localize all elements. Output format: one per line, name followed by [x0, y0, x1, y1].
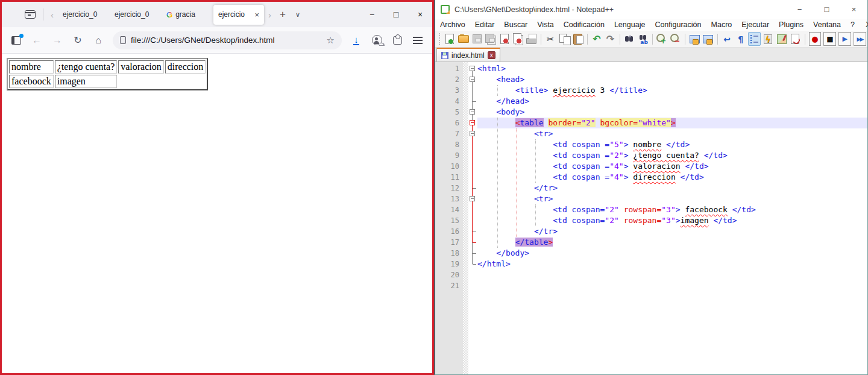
sync-h-icon[interactable] — [702, 32, 714, 46]
address-bar[interactable]: file:///C:/Users/GNet/Desktop/index.html… — [113, 31, 342, 49]
zoom-out-icon[interactable] — [669, 32, 682, 46]
code-line[interactable]: <td cospan="2" rowspan="3"> faceboock </… — [477, 204, 867, 215]
menu-item-vista[interactable]: Vista — [532, 19, 559, 30]
new-file-icon[interactable] — [444, 32, 456, 46]
fold-collapse-box[interactable] — [470, 196, 475, 201]
menu-item-?[interactable]: ? — [846, 19, 860, 30]
menu-item-ejecutar[interactable]: Ejecutar — [737, 19, 774, 30]
menu-button[interactable] — [408, 31, 427, 49]
list-all-tabs-icon[interactable]: ∨ — [291, 11, 305, 19]
npp-close-button[interactable]: × — [840, 0, 867, 19]
undo-icon[interactable] — [591, 32, 603, 46]
close-button[interactable]: × — [408, 10, 432, 19]
menu-item-editar[interactable]: Editar — [470, 19, 500, 30]
code-line[interactable]: </head> — [477, 96, 867, 107]
code-line[interactable]: <body> — [477, 107, 867, 118]
word-wrap-icon[interactable] — [721, 32, 734, 46]
extensions-button[interactable] — [388, 31, 407, 49]
code-line[interactable]: </tr> — [477, 226, 867, 237]
document-tab[interactable]: index.html x — [436, 48, 500, 61]
open-icon[interactable] — [457, 32, 470, 46]
browser-tab[interactable]: ejercicio× — [213, 5, 264, 25]
page-info-icon[interactable] — [120, 36, 126, 44]
tab-close-icon[interactable]: × — [254, 10, 259, 19]
code-line[interactable]: <head> — [477, 74, 867, 85]
code-line[interactable]: </body> — [477, 248, 867, 259]
menu-item-macro[interactable]: Macro — [706, 19, 737, 30]
fold-collapse-box[interactable] — [470, 66, 475, 71]
fold-collapse-box[interactable] — [470, 109, 475, 115]
url-text[interactable]: file:///C:/Users/GNet/Desktop/index.html — [131, 36, 322, 45]
code-line[interactable]: <td cospan ="5"> nombre </td> — [477, 139, 867, 150]
print-icon[interactable] — [525, 32, 538, 46]
forward-button[interactable]: → — [48, 31, 67, 49]
code-line[interactable]: <title> ejercicio 3 </title> — [477, 85, 867, 96]
show-all-chars-icon[interactable] — [735, 32, 747, 46]
save-all-icon[interactable] — [485, 32, 497, 46]
fold-collapse-box-active[interactable] — [470, 120, 475, 125]
code-line[interactable]: </html> — [477, 259, 867, 269]
code-area[interactable]: <html> <head> <title> ejercicio 3 </titl… — [477, 62, 867, 374]
code-line[interactable]: <tr> — [477, 194, 867, 204]
code-line[interactable] — [477, 269, 867, 280]
code-line[interactable]: <table border="2" bgcolor="white"> — [477, 118, 867, 128]
document-close-icon[interactable]: x — [488, 51, 495, 59]
zoom-in-icon[interactable] — [656, 32, 668, 46]
find-icon[interactable] — [623, 32, 636, 46]
menu-item-buscar[interactable]: Buscar — [499, 19, 532, 30]
doc-list-icon[interactable] — [789, 32, 802, 46]
menu-item-archivo[interactable]: Archivo — [435, 19, 470, 30]
code-line[interactable]: <td cospan ="4"> direccion </td> — [477, 172, 867, 183]
code-line[interactable]: <td cospan="2" rowspan="3">imagen </td> — [477, 215, 867, 226]
code-line[interactable] — [477, 280, 867, 291]
home-button[interactable]: ⌂ — [89, 31, 108, 49]
function-list-icon[interactable] — [762, 32, 775, 46]
maximize-button[interactable]: □ — [384, 10, 408, 19]
close-all-icon[interactable] — [512, 32, 524, 46]
npp-minimize-button[interactable]: − — [786, 0, 813, 19]
menu-item-configuracin[interactable]: Configuración — [650, 19, 706, 30]
account-button[interactable] — [367, 31, 386, 49]
code-line[interactable]: </tr> — [477, 183, 867, 194]
new-tab-button[interactable]: + — [275, 8, 291, 20]
save-icon[interactable] — [471, 32, 483, 46]
back-button[interactable]: ← — [27, 31, 46, 49]
browser-tab[interactable]: ejercicio_0 — [110, 5, 160, 25]
editor[interactable]: 123456789101112131415161718192021 <html>… — [435, 62, 867, 374]
browser-tab[interactable]: Ggracia — [162, 5, 212, 25]
reload-button[interactable]: ↻ — [68, 31, 87, 49]
code-line[interactable]: <html> — [477, 63, 867, 74]
browser-tab[interactable]: ejercicio_0 — [58, 5, 108, 25]
macro-play-icon[interactable] — [838, 32, 851, 46]
npp-maximize-button[interactable]: □ — [813, 0, 840, 19]
close-icon[interactable] — [498, 32, 511, 46]
code-line[interactable]: <tr> — [477, 128, 867, 139]
fold-collapse-box[interactable] — [470, 131, 475, 136]
menu-item-lenguaje[interactable]: Lenguaje — [609, 19, 650, 30]
menubar-close-button[interactable]: X — [860, 19, 868, 30]
bookmark-star-icon[interactable]: ☆ — [327, 35, 335, 46]
code-line[interactable]: <td cospan ="2"> ¿tengo cuenta? </td> — [477, 150, 867, 161]
paste-icon[interactable] — [571, 32, 584, 46]
menu-item-plugins[interactable]: Plugins — [774, 19, 808, 30]
firefox-import-icon[interactable] — [7, 31, 26, 49]
menu-item-ventana[interactable]: Ventana — [808, 19, 846, 30]
scroll-tabs-right-icon[interactable]: › — [265, 10, 275, 20]
macro-run-icon[interactable] — [854, 32, 866, 46]
macro-stop-icon[interactable] — [823, 32, 836, 46]
fold-margin[interactable] — [463, 62, 477, 374]
replace-icon[interactable] — [637, 32, 649, 46]
code-line[interactable]: </table> — [477, 237, 867, 248]
doc-map-icon[interactable] — [776, 32, 788, 46]
code-line[interactable]: <td cospan ="4"> valoracion </td> — [477, 161, 867, 172]
macro-record-icon[interactable] — [809, 32, 822, 46]
downloads-button[interactable]: ↓ — [347, 31, 366, 49]
redo-icon[interactable] — [604, 32, 617, 46]
indent-guide-icon[interactable] — [748, 32, 761, 46]
sync-v-icon[interactable] — [688, 32, 701, 46]
firefox-view-icon[interactable] — [25, 10, 36, 19]
fold-collapse-box[interactable] — [470, 77, 475, 82]
menu-item-codificacin[interactable]: Codificación — [559, 19, 609, 30]
cut-icon[interactable] — [544, 32, 557, 46]
copy-icon[interactable] — [558, 32, 571, 46]
